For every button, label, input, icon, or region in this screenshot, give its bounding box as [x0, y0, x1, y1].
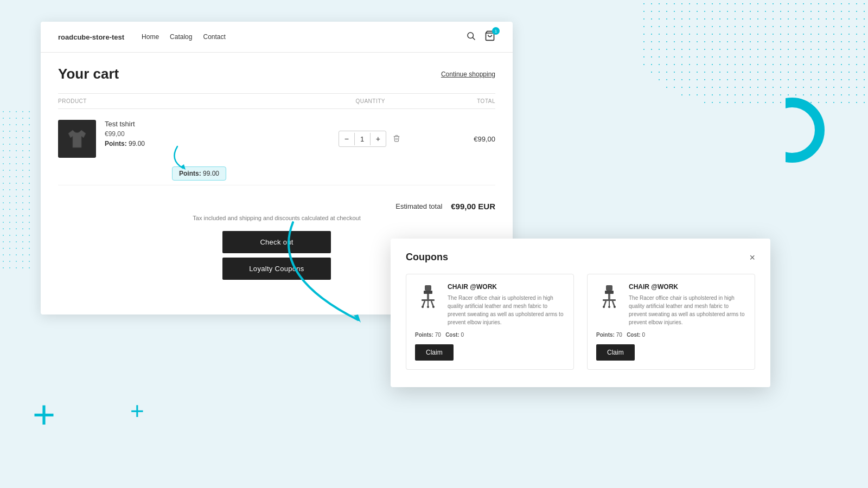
coupon-info-1: CHAIR @WORK The Racer office chair is up… — [448, 283, 565, 326]
coupon-image-2 — [596, 283, 622, 309]
search-icon[interactable] — [466, 31, 476, 43]
coupon-info-2: CHAIR @WORK The Racer office chair is up… — [629, 283, 746, 326]
coupon-cost-label-1: Cost: — [445, 332, 459, 338]
col-product-header: PRODUCT — [58, 98, 308, 104]
estimated-label: Estimated total — [395, 202, 442, 210]
svg-line-1 — [473, 37, 475, 40]
nav-contact[interactable]: Contact — [203, 33, 225, 41]
continue-shopping-link[interactable]: Continue shopping — [441, 70, 495, 78]
item-total-col: €99,00 — [433, 135, 495, 143]
coupon-card-2: CHAIR @WORK The Racer office chair is up… — [587, 274, 755, 370]
background-plus-small: + — [130, 399, 144, 423]
points-val: 99.00 — [129, 140, 145, 147]
item-quantity-col: − 1 + — [308, 131, 433, 147]
col-quantity-header: QUANTITY — [308, 98, 433, 104]
svg-point-12 — [432, 306, 435, 308]
cart-title: Your cart — [58, 66, 119, 82]
col-total-header: TOTAL — [433, 98, 495, 104]
modal-close-button[interactable]: × — [749, 253, 755, 262]
points-key: Points: — [105, 140, 127, 147]
quantity-value: 1 — [354, 133, 371, 145]
svg-point-11 — [422, 306, 424, 308]
points-tooltip-wrapper: Points: 99.00 — [172, 166, 226, 181]
delete-item-button[interactable] — [391, 132, 403, 146]
background-dots-top-right — [640, 0, 868, 108]
svg-point-21 — [603, 306, 605, 308]
svg-rect-16 — [605, 291, 614, 294]
coupon-cost-val-1: 0 — [461, 332, 464, 338]
nav-home[interactable]: Home — [142, 33, 159, 41]
coupon-image-1 — [415, 283, 441, 309]
background-plus-large: + — [33, 395, 55, 434]
cart-badge: 1 — [492, 27, 500, 35]
cart-table-headers: PRODUCT QUANTITY TOTAL — [58, 93, 495, 109]
tooltip-points-key: Points: — [179, 170, 201, 177]
cart-item: Test tshirt €99,00 Points: 99.00 − 1 + — [58, 109, 495, 185]
coupon-points-val-1: 70 — [435, 332, 441, 338]
svg-rect-5 — [425, 285, 431, 291]
coupon-points-label-1: Points: — [415, 332, 433, 338]
item-points-label: Points: 99.00 — [105, 140, 145, 147]
svg-rect-8 — [422, 299, 435, 301]
tax-note: Tax included and shipping and discounts … — [58, 214, 495, 222]
item-details: Test tshirt €99,00 Points: 99.00 — [105, 120, 145, 147]
coupon-cost-val-2: 0 — [642, 332, 645, 338]
coupon-meta-1: Points: 70 Cost: 0 — [415, 332, 565, 338]
coupon-desc-2: The Racer office chair is upholstered in… — [629, 294, 746, 326]
modal-title: Coupons — [406, 252, 448, 263]
tooltip-points-val: 99.00 — [203, 170, 219, 177]
coupon-points-val-2: 70 — [616, 332, 622, 338]
svg-rect-18 — [603, 299, 616, 301]
claim-button-1[interactable]: Claim — [415, 344, 454, 361]
item-name: Test tshirt — [105, 120, 145, 128]
coupon-card-1-header: CHAIR @WORK The Racer office chair is up… — [415, 283, 565, 326]
header-icons: 1 — [466, 30, 495, 43]
coupon-card-1: CHAIR @WORK The Racer office chair is up… — [406, 274, 574, 370]
claim-button-2[interactable]: Claim — [596, 344, 635, 361]
item-price: €99,00 — [105, 130, 145, 138]
points-arrow-svg — [167, 144, 205, 171]
svg-rect-15 — [606, 285, 612, 291]
quantity-increase-button[interactable]: + — [371, 131, 386, 146]
svg-point-22 — [614, 306, 616, 308]
svg-rect-6 — [424, 291, 432, 294]
quantity-decrease-button[interactable]: − — [339, 131, 354, 146]
estimated-total-section: Estimated total €99,00 EUR Tax included … — [58, 202, 495, 222]
coupon-desc-1: The Racer office chair is upholstered in… — [448, 294, 565, 326]
cart-header-row: Your cart Continue shopping — [58, 66, 495, 82]
coupons-grid: CHAIR @WORK The Racer office chair is up… — [406, 274, 755, 370]
coupon-card-2-header: CHAIR @WORK The Racer office chair is up… — [596, 283, 746, 326]
svg-marker-3 — [180, 164, 186, 170]
estimated-total-row: Estimated total €99,00 EUR — [58, 202, 495, 211]
store-header: roadcube-store-test Home Catalog Contact… — [41, 22, 513, 53]
background-dots-left — [0, 108, 33, 271]
coupon-points-label-2: Points: — [596, 332, 615, 338]
loyalty-coupons-button[interactable]: Loyalty Coupons — [222, 258, 331, 280]
modal-header: Coupons × — [406, 252, 755, 263]
cart-icon[interactable]: 1 — [484, 30, 495, 43]
svg-point-0 — [468, 33, 474, 38]
coupon-cost-label-2: Cost: — [627, 332, 641, 338]
checkout-button[interactable]: Check out — [222, 231, 331, 253]
svg-marker-4 — [354, 314, 361, 323]
estimated-value: €99,00 EUR — [451, 202, 495, 211]
nav-links: Home Catalog Contact — [142, 33, 466, 41]
quantity-stepper: − 1 + — [339, 131, 386, 147]
coupon-name-2: CHAIR @WORK — [629, 283, 746, 291]
item-image — [58, 120, 96, 158]
store-logo: roadcube-store-test — [58, 33, 124, 41]
coupon-name-1: CHAIR @WORK — [448, 283, 565, 291]
nav-catalog[interactable]: Catalog — [170, 33, 192, 41]
coupon-meta-2: Points: 70 Cost: 0 — [596, 332, 746, 338]
coupons-modal: Coupons × — [391, 239, 770, 387]
